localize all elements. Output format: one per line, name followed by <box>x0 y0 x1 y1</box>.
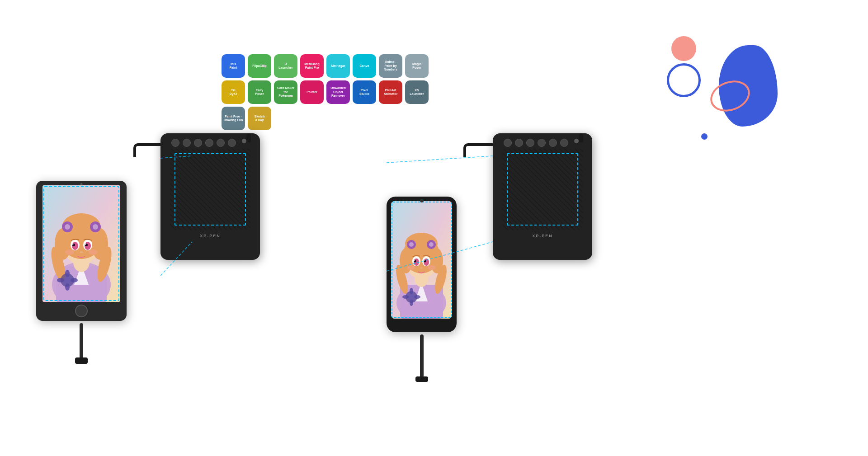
svg-point-25 <box>65 249 74 255</box>
dt-btn-3 <box>194 139 202 147</box>
cable-connector-2 <box>463 143 493 157</box>
dt-selection-2 <box>507 153 578 226</box>
dt-buttons-row <box>160 133 260 149</box>
dt2-buttons <box>500 133 579 149</box>
drawing-tablet-1: XP-PEN <box>160 133 260 260</box>
dt-btn-6 <box>228 139 236 147</box>
pair1-drawing-tablet: XP-PEN <box>160 133 260 260</box>
app-icon-canva[interactable]: Canva <box>353 54 376 78</box>
dt-btn-4 <box>205 139 213 147</box>
phone-screen <box>391 201 452 319</box>
dt-btn-1 <box>171 139 179 147</box>
app-icons-grid: ibis PaintFlipaCllipU LauncherMediBang P… <box>222 54 429 130</box>
dt2-btn-5 <box>549 139 557 147</box>
svg-point-28 <box>64 277 71 284</box>
dt2-btn-3 <box>526 139 534 147</box>
app-icon-card-maker[interactable]: Card Maker for Pokemon <box>274 80 297 104</box>
dt2-top-cable <box>579 133 583 142</box>
app-icon-medibang[interactable]: MediBang Paint Pro <box>300 54 324 78</box>
pair1-tablet <box>36 154 127 321</box>
dt2-buttons-row <box>493 133 592 149</box>
app-icon-unwanted-object[interactable]: Unwanted Object Remover <box>326 80 350 104</box>
svg-point-57 <box>424 260 425 261</box>
dt2-btn-6 <box>560 139 568 147</box>
svg-point-64 <box>410 300 413 306</box>
app-icon-flipaclip[interactable]: FlipaCllip <box>248 54 271 78</box>
deco-blue-ring <box>667 63 701 97</box>
dt2-btn-4 <box>538 139 546 147</box>
svg-point-56 <box>414 260 415 261</box>
svg-point-32 <box>71 278 78 282</box>
svg-point-29 <box>65 270 70 277</box>
app-icon-painter[interactable]: Painter <box>300 80 324 104</box>
svg-point-58 <box>420 267 423 269</box>
xppen-label-1: XP-PEN <box>200 234 221 238</box>
app-icon-u-launcher[interactable]: U Launcher <box>274 54 297 78</box>
drawing-tablet-2: XP-PEN <box>493 133 592 260</box>
dt2-indicator-dot <box>574 139 579 143</box>
svg-point-26 <box>89 249 98 255</box>
dt-btn-5 <box>217 139 225 147</box>
dt-selection-1 <box>175 153 246 226</box>
pair2-drawing-tablet: XP-PEN <box>493 133 592 260</box>
svg-point-49 <box>429 242 434 247</box>
svg-point-63 <box>410 288 413 294</box>
android-tablet <box>36 181 127 321</box>
usb-cable-tablet <box>80 323 83 359</box>
dt2-btn-1 <box>504 139 512 147</box>
svg-point-14 <box>65 224 70 230</box>
app-icon-magic-poser[interactable]: Magic Poser <box>405 54 429 78</box>
svg-point-24 <box>80 251 83 253</box>
usb-cable-phone <box>420 334 424 377</box>
dt-indicator-dot <box>242 139 246 143</box>
phone-camera <box>420 199 424 202</box>
drawing-area-1 <box>170 149 250 230</box>
app-icon-anime-poser[interactable]: Anime - Paint by Numbers <box>379 54 402 78</box>
svg-point-59 <box>407 265 415 270</box>
svg-point-60 <box>428 265 436 270</box>
app-icon-easy-poser[interactable]: Easy Poser <box>248 80 271 104</box>
dt1-top-cable <box>246 133 251 142</box>
app-icon-pixel-studio[interactable]: Pixel Studio <box>353 80 376 104</box>
dt-buttons <box>168 133 246 149</box>
deco-pink-circle <box>671 36 696 61</box>
dt2-btn-2 <box>515 139 523 147</box>
android-phone <box>387 197 457 332</box>
dt-btn-2 <box>183 139 191 147</box>
svg-point-15 <box>93 224 98 230</box>
app-icon-picsart[interactable]: PicsArt Animator <box>379 80 402 104</box>
cable-connector-top <box>133 143 160 157</box>
app-icon-matnegar[interactable]: Matnegar <box>326 54 350 78</box>
deco-blue-dot <box>701 133 708 140</box>
app-icon-sketch-day[interactable]: Sketch a Day <box>248 107 271 130</box>
usb-connector-tablet <box>75 357 88 364</box>
app-icon-tie-dye2[interactable]: Tie Dye2 <box>222 80 245 104</box>
app-icon-xs-launcher[interactable]: XS Launcher <box>405 80 429 104</box>
drawing-area-2 <box>502 149 583 230</box>
svg-point-22 <box>72 244 74 245</box>
svg-point-65 <box>402 295 409 299</box>
svg-point-66 <box>414 295 420 299</box>
pair2-phone <box>387 160 457 332</box>
svg-point-31 <box>57 278 64 282</box>
xppen-label-2: XP-PEN <box>532 234 553 238</box>
svg-point-62 <box>408 294 415 300</box>
usb-connector-phone <box>415 376 428 382</box>
tablet-screen <box>42 185 120 302</box>
svg-point-30 <box>65 283 70 291</box>
app-icon-ibis-paint[interactable]: ibis Paint <box>222 54 245 78</box>
tablet-home-button <box>75 305 88 317</box>
app-icon-paint-free[interactable]: Paint Free - Drawing Fun <box>222 107 245 130</box>
svg-point-48 <box>409 242 414 247</box>
svg-point-23 <box>85 244 86 245</box>
